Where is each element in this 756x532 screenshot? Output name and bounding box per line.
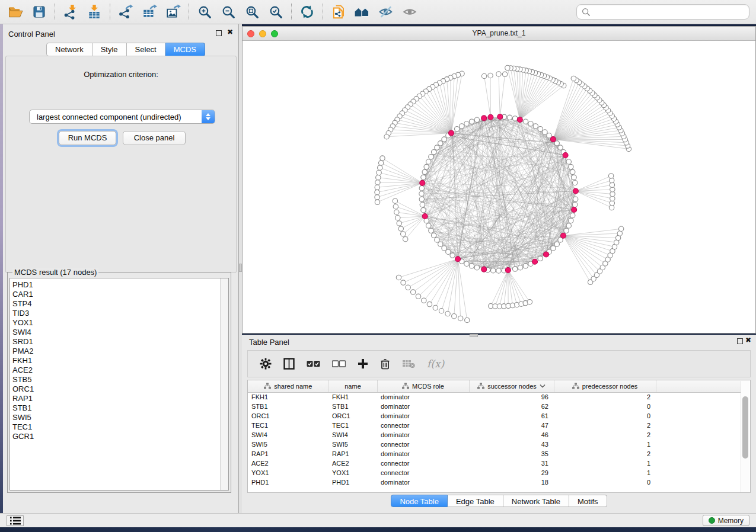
float-table-panel-icon[interactable]	[737, 338, 743, 344]
tab-node-table[interactable]: Node Table	[391, 495, 448, 507]
table-row[interactable]: FKH1FKH1dominator962	[248, 392, 749, 402]
run-mcds-button[interactable]: Run MCDS	[59, 131, 116, 145]
close-panel-button[interactable]: Close panel	[123, 131, 186, 145]
table-row[interactable]: SWI5SWI5connector431	[248, 440, 749, 449]
mcds-list-scrollbar[interactable]	[220, 278, 228, 490]
delete-column-button[interactable]	[380, 358, 390, 370]
plus-icon	[358, 358, 368, 369]
import-network-button[interactable]	[59, 2, 82, 22]
open-file-button[interactable]	[4, 2, 27, 22]
network-canvas[interactable]	[243, 41, 755, 333]
column-header-mcds-role[interactable]: MCDS role	[377, 380, 469, 392]
table-row[interactable]: RAP1RAP1dominator352	[248, 449, 749, 459]
network-overview-button[interactable]	[350, 2, 374, 22]
dropdown-stepper-icon	[202, 110, 215, 123]
criterion-dropdown[interactable]: largest connected component (undirected)	[29, 110, 215, 124]
list-item[interactable]: SRD1	[12, 337, 228, 347]
close-panel-icon[interactable]: ✖	[227, 28, 233, 36]
delete-table-icon	[402, 359, 415, 368]
tab-network[interactable]: Network	[46, 43, 92, 56]
function-builder-button[interactable]: f(x)	[427, 358, 444, 370]
zoom-in-button[interactable]	[193, 2, 216, 22]
refresh-view-button[interactable]	[295, 2, 319, 22]
select-all-button[interactable]	[307, 360, 320, 367]
create-column-button[interactable]	[358, 358, 368, 369]
table-row[interactable]: YOX1YOX1connector291	[248, 468, 749, 477]
houses-icon	[354, 5, 371, 19]
mcds-result-items: PHD1CAR1STP4TID3YOX1SWI4SRD1PMA2FKH1ACE2…	[10, 278, 228, 441]
network-window-title: YPA_prune.txt_1	[243, 29, 755, 37]
column-header-name[interactable]: name	[328, 380, 377, 392]
table-scrollbar-thumb[interactable]	[742, 396, 748, 459]
save-icon	[32, 5, 46, 19]
search-field[interactable]	[576, 4, 749, 20]
show-panels-button[interactable]	[398, 2, 422, 22]
export-network-button[interactable]	[114, 2, 138, 22]
zoom-out-button[interactable]	[216, 2, 240, 22]
close-table-panel-icon[interactable]: ✖	[745, 336, 751, 344]
list-item[interactable]: ORC1	[12, 384, 228, 394]
network-graph[interactable]	[243, 41, 756, 334]
task-history-button[interactable]	[7, 515, 24, 526]
list-item[interactable]: PHD1	[12, 280, 228, 290]
zoom-fit-icon	[245, 5, 260, 20]
table-row[interactable]: TEC1TEC1connector472	[248, 421, 749, 430]
list-item[interactable]: GCR1	[12, 432, 228, 441]
tab-style[interactable]: Style	[92, 43, 127, 56]
list-item[interactable]: TEC1	[12, 422, 228, 432]
search-input[interactable]	[594, 7, 749, 17]
list-item[interactable]: CAR1	[12, 290, 228, 299]
divider-grip-horizontal[interactable]	[470, 334, 478, 337]
list-item[interactable]: ACE2	[12, 366, 228, 375]
save-session-button[interactable]	[27, 2, 51, 22]
list-item[interactable]: STB5	[12, 375, 228, 384]
list-item[interactable]: SWI5	[12, 413, 228, 422]
criterion-value: largest connected component (undirected)	[30, 113, 202, 121]
table-settings-button[interactable]	[260, 358, 272, 370]
gear-icon	[260, 358, 272, 370]
table-row[interactable]: ACE2ACE2connector311	[248, 459, 749, 468]
delete-table-button-disabled[interactable]	[402, 359, 415, 368]
node-table[interactable]: shared name name MCDS role successor nod…	[247, 380, 751, 493]
show-column-button[interactable]	[283, 358, 295, 370]
duplicate-network-button[interactable]	[327, 2, 350, 22]
table-scrollbar[interactable]	[741, 381, 749, 493]
list-item[interactable]: PMA2	[12, 347, 228, 356]
main-toolbar	[0, 0, 756, 24]
tab-select[interactable]: Select	[127, 43, 165, 56]
float-panel-icon[interactable]	[216, 30, 222, 36]
column-header-shared-name[interactable]: shared name	[248, 380, 328, 392]
memory-button[interactable]: Memory	[703, 515, 749, 526]
list-item[interactable]: RAP1	[12, 394, 228, 403]
column-header-predecessor-nodes[interactable]: predecessor nodes	[554, 380, 656, 392]
hide-panels-button[interactable]	[374, 2, 398, 22]
zoom-fit-button[interactable]	[240, 2, 264, 22]
zoom-selected-button[interactable]	[264, 2, 288, 22]
import-table-icon	[87, 4, 102, 20]
table-row[interactable]: STB1STB1dominator620	[248, 402, 749, 411]
mcds-result-list[interactable]: PHD1CAR1STP4TID3YOX1SWI4SRD1PMA2FKH1ACE2…	[9, 278, 229, 491]
list-item[interactable]: FKH1	[12, 356, 228, 366]
network-window-titlebar[interactable]: YPA_prune.txt_1	[243, 27, 755, 41]
deselect-all-button[interactable]	[332, 360, 346, 367]
table-row[interactable]: ORC1ORC1dominator610	[248, 411, 749, 421]
table-panel-title: Table Panel	[249, 338, 289, 347]
mcds-result-group: MCDS result (17 nodes) PHD1CAR1STP4TID3Y…	[7, 272, 231, 493]
list-item[interactable]: STP4	[12, 299, 228, 309]
tab-network-table[interactable]: Network Table	[503, 495, 569, 507]
list-item[interactable]: SWI4	[12, 328, 228, 337]
list-item[interactable]: TID3	[12, 309, 228, 318]
tab-mcds[interactable]: MCDS	[165, 43, 205, 56]
list-item[interactable]: STB1	[12, 403, 228, 413]
toolbar-separator	[110, 4, 110, 20]
list-item[interactable]: YOX1	[12, 318, 228, 328]
table-row[interactable]: PHD1PHD1dominator180	[248, 477, 749, 487]
tab-motifs[interactable]: Motifs	[569, 495, 607, 507]
export-table-button[interactable]	[138, 2, 161, 22]
column-header-successor-nodes[interactable]: successor nodes	[469, 380, 554, 392]
mcds-result-title: MCDS result (17 nodes)	[12, 268, 98, 277]
table-row[interactable]: SWI4SWI4dominator462	[248, 430, 749, 440]
tab-edge-table[interactable]: Edge Table	[448, 495, 503, 507]
import-table-button[interactable]	[82, 2, 106, 22]
export-image-button[interactable]	[161, 2, 185, 22]
